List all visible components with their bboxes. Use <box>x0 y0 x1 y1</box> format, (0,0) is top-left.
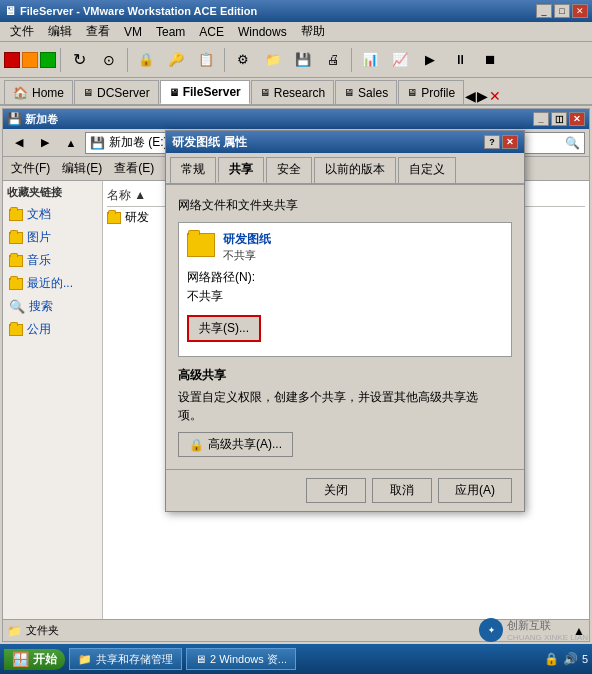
public-label: 公用 <box>27 321 51 338</box>
toolbar-btn-13[interactable]: ⏸ <box>446 46 474 74</box>
sidebar-item-music[interactable]: 音乐 <box>7 250 98 271</box>
pictures-icon <box>9 232 23 244</box>
advanced-btn-icon: 🔒 <box>189 438 204 452</box>
toolbar-btn-10[interactable]: 📊 <box>356 46 384 74</box>
toolbar-btn-11[interactable]: 📈 <box>386 46 414 74</box>
row-folder-icon <box>107 212 121 224</box>
taskbar-item-share[interactable]: 📁 共享和存储管理 <box>69 648 182 670</box>
sidebar-item-pictures[interactable]: 图片 <box>7 227 98 248</box>
menu-help[interactable]: 帮助 <box>295 22 331 41</box>
menu-vm[interactable]: VM <box>118 24 148 40</box>
toolbar-btn-red[interactable] <box>4 52 20 68</box>
dialog-tab-custom[interactable]: 自定义 <box>398 157 456 183</box>
tab-nav-right[interactable]: ▶ <box>477 88 488 104</box>
sidebar: 收藏夹链接 文档 图片 音乐 <box>3 181 103 619</box>
toolbar-btn-green[interactable] <box>40 52 56 68</box>
inner-close[interactable]: ✕ <box>569 112 585 126</box>
inner-restore[interactable]: ◫ <box>551 112 567 126</box>
dialog-cancel-btn[interactable]: 取消 <box>372 478 432 503</box>
sidebar-section-favorites: 收藏夹链接 <box>7 185 98 200</box>
dialog-tab-share[interactable]: 共享 <box>218 157 264 183</box>
title-bar-controls: _ □ ✕ <box>536 4 588 18</box>
sidebar-item-recent[interactable]: 最近的... <box>7 273 98 294</box>
tab-research[interactable]: 🖥 Research <box>251 80 334 104</box>
sidebar-item-documents[interactable]: 文档 <box>7 204 98 225</box>
toolbar-btn-5[interactable]: 📋 <box>192 46 220 74</box>
sidebar-item-public[interactable]: 公用 <box>7 319 98 340</box>
toolbar-btn-9[interactable]: 🖨 <box>319 46 347 74</box>
toolbar-btn-8[interactable]: 💾 <box>289 46 317 74</box>
menu-windows[interactable]: Windows <box>232 24 293 40</box>
menu-team[interactable]: Team <box>150 24 191 40</box>
dialog-tab-previous[interactable]: 以前的版本 <box>314 157 396 183</box>
toolbar-btn-3[interactable]: 🔒 <box>132 46 160 74</box>
toolbar-sep-4 <box>351 48 352 72</box>
dialog-title: 研发图纸 属性 <box>172 134 247 151</box>
tab-dcserver[interactable]: 🖥 DCServer <box>74 80 159 104</box>
nav-back[interactable]: ◀ <box>7 132 31 154</box>
toolbar-btn-7[interactable]: 📁 <box>259 46 287 74</box>
music-icon <box>9 255 23 267</box>
nav-up[interactable]: ▲ <box>59 132 83 154</box>
main-container: 🖥 FileServer - VMware Workstation ACE Ed… <box>0 0 592 674</box>
tab-fileserver[interactable]: 🖥 FileServer <box>160 80 250 104</box>
toolbar-refresh[interactable]: ↻ <box>65 46 93 74</box>
share-folder-status: 不共享 <box>223 248 271 263</box>
home-icon: 🏠 <box>13 86 28 100</box>
advanced-title: 高级共享 <box>178 367 512 384</box>
start-button[interactable]: 🪟 开始 <box>4 649 65 670</box>
inner-minimize[interactable]: _ <box>533 112 549 126</box>
menu-view[interactable]: 查看 <box>80 22 116 41</box>
tab-home[interactable]: 🏠 Home <box>4 80 73 104</box>
menu-ace[interactable]: ACE <box>193 24 230 40</box>
dialog-tab-security[interactable]: 安全 <box>266 157 312 183</box>
music-label: 音乐 <box>27 252 51 269</box>
share-section-label: 网络文件和文件夹共享 <box>178 197 512 214</box>
toolbar-btn-4[interactable]: 🔑 <box>162 46 190 74</box>
start-label: 开始 <box>33 651 57 668</box>
maximize-button[interactable]: □ <box>554 4 570 18</box>
status-folder-icon: 📁 <box>7 624 22 638</box>
menu-edit[interactable]: 编辑 <box>42 22 78 41</box>
toolbar-btn-6[interactable]: ⚙ <box>229 46 257 74</box>
sec-file[interactable]: 文件(F) <box>7 159 54 178</box>
toolbar-btn-14[interactable]: ⏹ <box>476 46 504 74</box>
taskbar-right: 🔒 🔊 5 <box>544 652 588 666</box>
dialog-overlay: 研发图纸 属性 ? ✕ 常规 共享 安全 以前的版本 自定义 网络文件和文件夹共… <box>165 130 525 512</box>
toolbar-stop[interactable]: ⊙ <box>95 46 123 74</box>
taskbar-time: 5 <box>582 653 588 665</box>
share-path-value: 不共享 <box>187 288 503 305</box>
taskbar-item-windows[interactable]: 🖥 2 Windows 资... <box>186 648 296 670</box>
share-button[interactable]: 共享(S)... <box>187 315 261 342</box>
advanced-share-button[interactable]: 🔒 高级共享(A)... <box>178 432 293 457</box>
dialog-minimize[interactable]: ? <box>484 135 500 149</box>
tab-close[interactable]: ✕ <box>489 88 501 104</box>
vmware-icon: 🖥 <box>4 4 16 18</box>
close-button[interactable]: ✕ <box>572 4 588 18</box>
tab-home-label: Home <box>32 86 64 100</box>
dialog-close-btn[interactable]: 关闭 <box>306 478 366 503</box>
taskbar-windows-icon: 🖥 <box>195 653 206 665</box>
sidebar-item-search[interactable]: 🔍 搜索 <box>7 296 98 317</box>
dialog-content: 网络文件和文件夹共享 研发图纸 不共享 网络路径(N): 不共享 共享(S)..… <box>166 185 524 469</box>
tab-dcserver-label: DCServer <box>97 86 150 100</box>
tab-profile[interactable]: 🖥 Profile <box>398 80 464 104</box>
taskbar-network-icon: 🔒 <box>544 652 559 666</box>
sec-edit[interactable]: 编辑(E) <box>58 159 106 178</box>
watermark-sub: CHUANG XINKE LIAN <box>507 633 588 642</box>
sec-view[interactable]: 查看(E) <box>110 159 158 178</box>
toolbar-btn-orange[interactable] <box>22 52 38 68</box>
tab-sales[interactable]: 🖥 Sales <box>335 80 397 104</box>
taskbar-share-icon: 📁 <box>78 653 92 666</box>
dialog-apply-btn[interactable]: 应用(A) <box>438 478 512 503</box>
menu-file[interactable]: 文件 <box>4 22 40 41</box>
taskbar-sound-icon: 🔊 <box>563 652 578 666</box>
minimize-button[interactable]: _ <box>536 4 552 18</box>
pictures-label: 图片 <box>27 229 51 246</box>
tab-nav-left[interactable]: ◀ <box>465 88 476 104</box>
dialog-close[interactable]: ✕ <box>502 135 518 149</box>
nav-forward[interactable]: ▶ <box>33 132 57 154</box>
start-icon: 🪟 <box>12 651 29 667</box>
dialog-tab-general[interactable]: 常规 <box>170 157 216 183</box>
toolbar-btn-12[interactable]: ▶ <box>416 46 444 74</box>
